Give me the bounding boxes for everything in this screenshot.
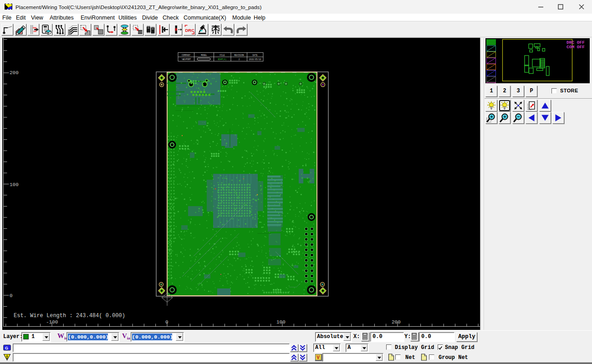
svg-text:2016/05/10: 2016/05/10	[249, 58, 261, 61]
svg-text:200: 200	[10, 70, 19, 76]
svg-text:Est. Wire Length : 243.484( 0.: Est. Wire Length : 243.484( 0.000)	[14, 313, 125, 319]
svg-text:DRC: DRC	[185, 28, 194, 33]
svg-text:0: 0	[10, 293, 13, 298]
svg-text:COM OFF: COM OFF	[566, 45, 585, 50]
svg-text:100: 100	[276, 319, 286, 325]
svg-text:G: G	[5, 346, 8, 350]
svg-text:FILE: FILE	[220, 54, 225, 56]
svg-text:BD#P(A): BD#P(A)	[218, 58, 227, 61]
svg-text:!WEVPORT: !WEVPORT	[181, 58, 191, 61]
svg-text:DRC OFF: DRC OFF	[566, 40, 585, 45]
svg-text:0: 0	[165, 319, 168, 325]
svg-text:REVISION: REVISION	[234, 54, 244, 56]
svg-text:2: 2	[239, 58, 240, 61]
svg-text:V: V	[316, 354, 320, 359]
svg-text:MODEL: MODEL	[201, 54, 207, 56]
svg-text:-100: -100	[46, 319, 58, 325]
svg-text:200: 200	[392, 319, 401, 325]
svg-text:COMPANY: COMPANY	[182, 54, 190, 56]
svg-text:DATE: DATE	[253, 54, 258, 56]
svg-text:100: 100	[10, 182, 19, 187]
